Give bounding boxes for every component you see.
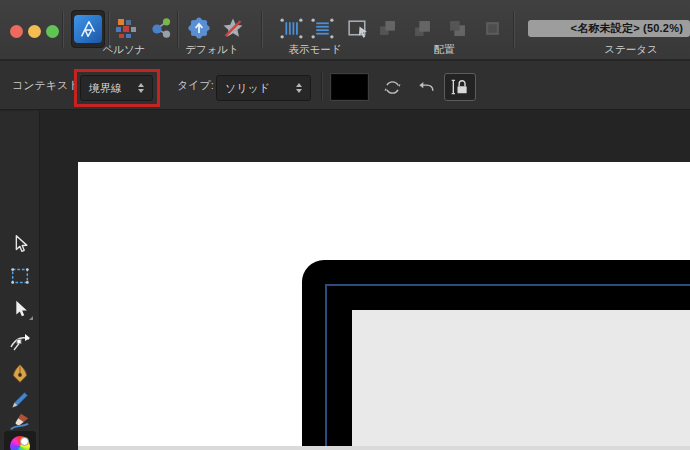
move-to-front-button[interactable] <box>378 19 396 37</box>
defaults-group-label: デフォルト <box>185 43 239 57</box>
node-arrow-icon <box>9 298 31 320</box>
export-persona-button[interactable] <box>148 15 174 41</box>
point-transform-icon <box>8 330 32 354</box>
point-transform-tool[interactable] <box>4 328 36 356</box>
color-wheel-icon <box>10 436 30 450</box>
lock-icon <box>450 77 470 97</box>
revert-defaults-button[interactable] <box>220 15 246 41</box>
stepper-arrows-icon <box>296 83 302 93</box>
synchronize-defaults-button[interactable] <box>186 15 212 41</box>
sync-defaults-icon <box>187 16 211 40</box>
circular-arrows-icon <box>383 78 402 97</box>
pen-tool[interactable] <box>4 360 36 388</box>
export-persona-icon <box>149 16 173 40</box>
node-tool[interactable] <box>4 295 36 323</box>
page-bottom-edge <box>78 446 690 450</box>
document-status: <名称未設定> (50.2%) <box>528 20 690 37</box>
affinity-designer-window: ペルソナ デフォルト <box>0 0 690 450</box>
annotation-red-box <box>74 69 160 107</box>
reverse-curve-button[interactable] <box>411 73 441 101</box>
fill-tool[interactable] <box>4 431 36 450</box>
stroke-type-select[interactable]: ソリッド <box>216 75 311 101</box>
context-separator <box>321 72 322 100</box>
cursor-icon <box>9 233 31 255</box>
persona-group-label: ペルソナ <box>103 43 146 57</box>
scale-with-object-toggle[interactable] <box>444 73 476 101</box>
status-group-label: ステータス <box>604 43 657 57</box>
workspace <box>0 111 690 450</box>
pixel-grid-view-button[interactable] <box>277 14 305 42</box>
artboard-tool[interactable] <box>4 262 36 290</box>
zoom-button[interactable] <box>46 25 59 38</box>
outline-view-icon <box>346 16 371 41</box>
artboard-icon <box>9 265 31 287</box>
outline-view-button[interactable] <box>344 14 372 42</box>
close-button[interactable] <box>10 25 23 38</box>
stroke-color-swatch[interactable] <box>331 74 368 100</box>
context-label: コンテキスト: <box>12 61 83 110</box>
toolbar-separator <box>262 11 263 48</box>
arrange-group-label: 配置 <box>434 43 455 57</box>
pixel-persona-button[interactable] <box>113 15 139 41</box>
retina-view-button[interactable] <box>308 14 336 42</box>
type-label: タイプ: <box>177 61 214 110</box>
tools-panel <box>0 111 40 450</box>
sync-stroke-button[interactable] <box>377 73 407 101</box>
move-tool[interactable] <box>4 230 36 258</box>
inner-gray-panel[interactable] <box>352 310 690 446</box>
view-mode-group-label: 表示モード <box>289 43 342 57</box>
paintbrush-icon <box>9 411 31 433</box>
minimize-button[interactable] <box>28 25 41 38</box>
affinity-designer-icon <box>74 15 102 43</box>
revert-defaults-icon <box>221 16 245 40</box>
move-to-back-button[interactable] <box>483 19 501 37</box>
lines-view-icon <box>310 16 335 41</box>
move-backward-button[interactable] <box>448 19 466 37</box>
grid-view-icon <box>279 16 304 41</box>
stroke-type-value: ソリッド <box>225 81 286 96</box>
toolbar-separator <box>178 11 179 48</box>
move-forward-button[interactable] <box>413 19 431 37</box>
context-toolbar: コンテキスト: 境界線 タイプ: ソリッド <box>0 61 690 110</box>
main-toolbar: ペルソナ デフォルト <box>0 0 690 60</box>
toolbar-separator <box>63 11 64 48</box>
curved-arrow-icon <box>417 78 436 97</box>
pixel-persona-icon <box>114 16 138 40</box>
designer-persona-button[interactable] <box>71 10 105 48</box>
pen-nib-icon <box>9 363 31 385</box>
toolbar-separator <box>514 11 515 48</box>
